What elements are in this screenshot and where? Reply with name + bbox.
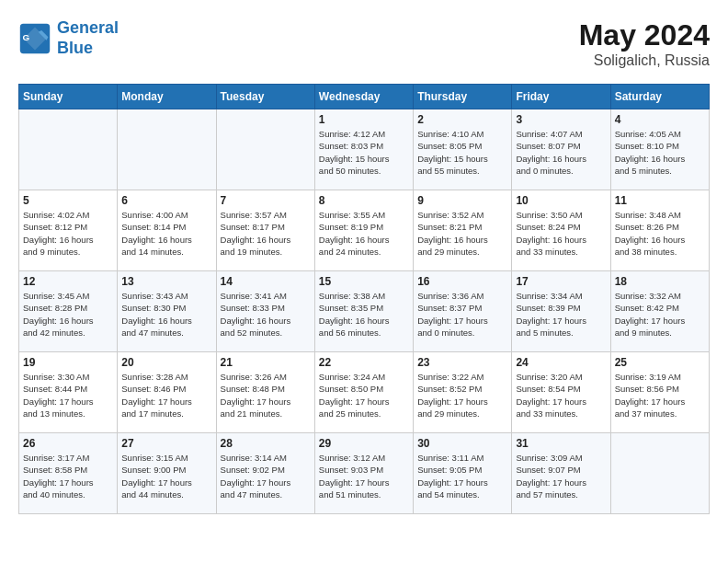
day-info: Sunrise: 3:22 AM Sunset: 8:52 PM Dayligh…	[417, 371, 507, 419]
day-info: Sunrise: 3:17 AM Sunset: 8:58 PM Dayligh…	[23, 452, 113, 500]
day-info: Sunrise: 3:20 AM Sunset: 8:54 PM Dayligh…	[516, 371, 606, 419]
location-subtitle: Soligalich, Russia	[579, 52, 710, 69]
day-number: 16	[417, 275, 507, 288]
calendar-cell	[610, 433, 709, 514]
day-number: 8	[319, 194, 409, 207]
calendar-week-2: 5Sunrise: 4:02 AM Sunset: 8:12 PM Daylig…	[19, 190, 710, 271]
day-info: Sunrise: 3:14 AM Sunset: 9:02 PM Dayligh…	[221, 452, 311, 500]
day-number: 6	[121, 194, 211, 207]
calendar-cell: 4Sunrise: 4:05 AM Sunset: 8:10 PM Daylig…	[610, 109, 709, 190]
calendar-cell: 15Sunrise: 3:38 AM Sunset: 8:35 PM Dayli…	[314, 271, 413, 352]
day-info: Sunrise: 3:11 AM Sunset: 9:05 PM Dayligh…	[417, 452, 507, 500]
day-number: 9	[417, 194, 507, 207]
day-info: Sunrise: 3:48 AM Sunset: 8:26 PM Dayligh…	[615, 209, 705, 258]
month-title: May 2024	[579, 18, 710, 52]
day-number: 24	[516, 356, 606, 369]
calendar-cell: 19Sunrise: 3:30 AM Sunset: 8:44 PM Dayli…	[19, 352, 118, 433]
calendar-cell: 3Sunrise: 4:07 AM Sunset: 8:07 PM Daylig…	[512, 109, 610, 190]
day-number: 31	[516, 437, 606, 450]
day-number: 7	[221, 194, 311, 207]
day-info: Sunrise: 3:50 AM Sunset: 8:24 PM Dayligh…	[516, 209, 606, 258]
calendar-cell: 10Sunrise: 3:50 AM Sunset: 8:24 PM Dayli…	[512, 190, 610, 271]
day-number: 20	[121, 356, 211, 369]
day-number: 4	[615, 113, 705, 126]
day-info: Sunrise: 3:28 AM Sunset: 8:46 PM Dayligh…	[121, 371, 211, 419]
day-info: Sunrise: 3:52 AM Sunset: 8:21 PM Dayligh…	[417, 209, 507, 258]
calendar-cell: 29Sunrise: 3:12 AM Sunset: 9:03 PM Dayli…	[314, 433, 413, 514]
title-block: May 2024 Soligalich, Russia	[579, 18, 710, 69]
calendar-cell: 12Sunrise: 3:45 AM Sunset: 8:28 PM Dayli…	[19, 271, 118, 352]
day-number: 26	[23, 437, 113, 450]
day-info: Sunrise: 4:10 AM Sunset: 8:05 PM Dayligh…	[417, 128, 507, 177]
day-info: Sunrise: 3:24 AM Sunset: 8:50 PM Dayligh…	[319, 371, 409, 419]
calendar-cell: 30Sunrise: 3:11 AM Sunset: 9:05 PM Dayli…	[414, 433, 512, 514]
day-number: 15	[319, 275, 409, 288]
header-cell-thursday: Thursday	[414, 85, 512, 109]
calendar-cell: 24Sunrise: 3:20 AM Sunset: 8:54 PM Dayli…	[512, 352, 610, 433]
day-info: Sunrise: 3:57 AM Sunset: 8:17 PM Dayligh…	[221, 209, 311, 258]
day-number: 11	[615, 194, 705, 207]
calendar-cell: 25Sunrise: 3:19 AM Sunset: 8:56 PM Dayli…	[610, 352, 709, 433]
calendar-week-5: 26Sunrise: 3:17 AM Sunset: 8:58 PM Dayli…	[19, 433, 710, 514]
calendar-cell	[216, 109, 314, 190]
day-info: Sunrise: 4:07 AM Sunset: 8:07 PM Dayligh…	[516, 128, 606, 177]
day-info: Sunrise: 3:15 AM Sunset: 9:00 PM Dayligh…	[121, 452, 211, 500]
calendar-week-3: 12Sunrise: 3:45 AM Sunset: 8:28 PM Dayli…	[19, 271, 710, 352]
calendar-cell: 6Sunrise: 4:00 AM Sunset: 8:14 PM Daylig…	[118, 190, 216, 271]
day-info: Sunrise: 4:12 AM Sunset: 8:03 PM Dayligh…	[319, 128, 409, 177]
day-number: 17	[516, 275, 606, 288]
day-number: 27	[121, 437, 211, 450]
day-info: Sunrise: 3:45 AM Sunset: 8:28 PM Dayligh…	[23, 290, 113, 339]
logo-text: General Blue	[57, 18, 119, 58]
day-info: Sunrise: 3:19 AM Sunset: 8:56 PM Dayligh…	[615, 371, 705, 419]
header-cell-friday: Friday	[512, 85, 610, 109]
calendar-cell: 9Sunrise: 3:52 AM Sunset: 8:21 PM Daylig…	[414, 190, 512, 271]
page-header: G General Blue May 2024 Soligalich, Russ…	[18, 18, 710, 69]
calendar-cell: 16Sunrise: 3:36 AM Sunset: 8:37 PM Dayli…	[414, 271, 512, 352]
day-number: 3	[516, 113, 606, 126]
header-cell-monday: Monday	[118, 85, 216, 109]
day-number: 1	[319, 113, 409, 126]
day-info: Sunrise: 3:32 AM Sunset: 8:42 PM Dayligh…	[615, 290, 705, 339]
calendar-cell: 18Sunrise: 3:32 AM Sunset: 8:42 PM Dayli…	[610, 271, 709, 352]
calendar-cell: 2Sunrise: 4:10 AM Sunset: 8:05 PM Daylig…	[414, 109, 512, 190]
day-number: 22	[319, 356, 409, 369]
day-info: Sunrise: 3:30 AM Sunset: 8:44 PM Dayligh…	[23, 371, 113, 419]
calendar-cell: 5Sunrise: 4:02 AM Sunset: 8:12 PM Daylig…	[19, 190, 118, 271]
calendar-cell	[19, 109, 118, 190]
day-number: 23	[417, 356, 507, 369]
day-info: Sunrise: 3:43 AM Sunset: 8:30 PM Dayligh…	[121, 290, 211, 339]
day-info: Sunrise: 4:02 AM Sunset: 8:12 PM Dayligh…	[23, 209, 113, 258]
logo-line2: Blue	[57, 39, 93, 57]
logo-line1: General	[57, 18, 119, 37]
calendar-table: SundayMondayTuesdayWednesdayThursdayFrid…	[18, 84, 710, 514]
day-info: Sunrise: 3:12 AM Sunset: 9:03 PM Dayligh…	[319, 452, 409, 500]
day-info: Sunrise: 3:34 AM Sunset: 8:39 PM Dayligh…	[516, 290, 606, 339]
calendar-cell: 20Sunrise: 3:28 AM Sunset: 8:46 PM Dayli…	[118, 352, 216, 433]
day-number: 2	[417, 113, 507, 126]
calendar-cell: 21Sunrise: 3:26 AM Sunset: 8:48 PM Dayli…	[216, 352, 314, 433]
day-number: 30	[417, 437, 507, 450]
calendar-week-4: 19Sunrise: 3:30 AM Sunset: 8:44 PM Dayli…	[19, 352, 710, 433]
calendar-cell: 7Sunrise: 3:57 AM Sunset: 8:17 PM Daylig…	[216, 190, 314, 271]
day-number: 29	[319, 437, 409, 450]
day-number: 25	[615, 356, 705, 369]
day-number: 10	[516, 194, 606, 207]
day-info: Sunrise: 4:05 AM Sunset: 8:10 PM Dayligh…	[615, 128, 705, 177]
calendar-cell: 28Sunrise: 3:14 AM Sunset: 9:02 PM Dayli…	[216, 433, 314, 514]
calendar-cell: 22Sunrise: 3:24 AM Sunset: 8:50 PM Dayli…	[314, 352, 413, 433]
calendar-cell: 13Sunrise: 3:43 AM Sunset: 8:30 PM Dayli…	[118, 271, 216, 352]
calendar-cell: 8Sunrise: 3:55 AM Sunset: 8:19 PM Daylig…	[314, 190, 413, 271]
calendar-body: 1Sunrise: 4:12 AM Sunset: 8:03 PM Daylig…	[19, 109, 710, 514]
header-cell-saturday: Saturday	[610, 85, 709, 109]
day-info: Sunrise: 3:36 AM Sunset: 8:37 PM Dayligh…	[417, 290, 507, 339]
calendar-cell: 27Sunrise: 3:15 AM Sunset: 9:00 PM Dayli…	[118, 433, 216, 514]
header-cell-tuesday: Tuesday	[216, 85, 314, 109]
calendar-cell: 1Sunrise: 4:12 AM Sunset: 8:03 PM Daylig…	[314, 109, 413, 190]
day-number: 12	[23, 275, 113, 288]
calendar-cell: 31Sunrise: 3:09 AM Sunset: 9:07 PM Dayli…	[512, 433, 610, 514]
calendar-cell: 14Sunrise: 3:41 AM Sunset: 8:33 PM Dayli…	[216, 271, 314, 352]
logo: G General Blue	[18, 18, 119, 58]
day-number: 5	[23, 194, 113, 207]
day-number: 18	[615, 275, 705, 288]
